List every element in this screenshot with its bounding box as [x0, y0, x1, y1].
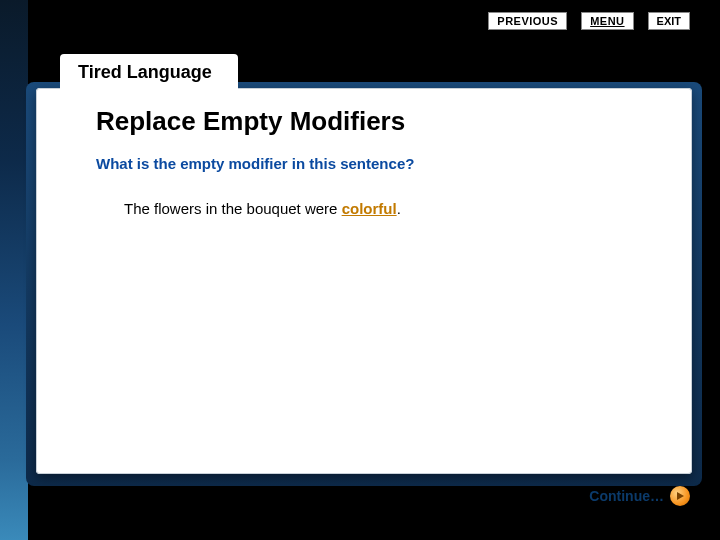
sentence-prefix: The flowers in the bouquet were [124, 200, 342, 217]
play-arrow-icon [670, 486, 690, 506]
svg-marker-0 [677, 492, 684, 500]
example-sentence: The flowers in the bouquet were colorful… [124, 200, 642, 217]
previous-button[interactable]: PREVIOUS [488, 12, 567, 30]
content-panel: Replace Empty Modifiers What is the empt… [36, 88, 692, 474]
continue-label: Continue… [589, 488, 664, 504]
sentence-highlight: colorful [342, 200, 397, 217]
top-nav: PREVIOUS MENU EXIT [488, 12, 690, 30]
menu-button[interactable]: MENU [581, 12, 633, 30]
page-heading: Replace Empty Modifiers [96, 106, 642, 137]
sentence-suffix: . [397, 200, 401, 217]
content-inner: Replace Empty Modifiers What is the empt… [36, 88, 692, 217]
exit-button[interactable]: EXIT [648, 12, 690, 30]
question-text: What is the empty modifier in this sente… [96, 155, 642, 172]
lesson-tab-label: Tired Language [78, 62, 212, 82]
continue-button[interactable]: Continue… [589, 486, 690, 506]
lesson-tab: Tired Language [60, 54, 238, 93]
left-gradient-strip [0, 0, 28, 540]
